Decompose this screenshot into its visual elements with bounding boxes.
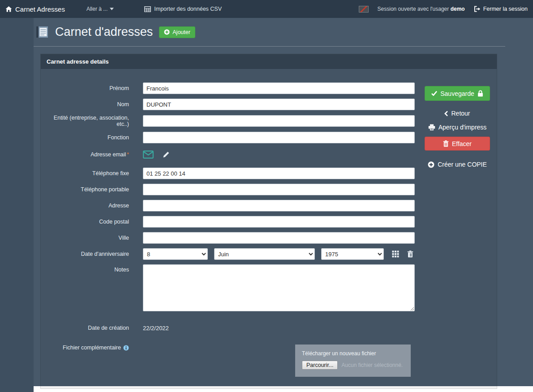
fonction-input[interactable] xyxy=(143,132,415,143)
tel-portable-input[interactable] xyxy=(143,184,415,195)
nav-goto-dropdown[interactable]: Aller à ... xyxy=(86,6,114,12)
details-panel: Carnet adresse details Prénom Nom Entité… xyxy=(40,54,497,389)
file-upload-box: Télécharger un nouveau fichier Parcourir… xyxy=(295,345,411,377)
nav-import-label: Importer des données CSV xyxy=(154,6,222,12)
adresse-label: Adresse xyxy=(41,202,143,209)
actions-column: Sauvegarde Retour xyxy=(425,86,490,168)
notes-label: Notes xyxy=(41,264,143,273)
delete-button[interactable]: Effacer xyxy=(425,137,490,151)
main-content: Carnet d'adresses Ajouter Carnet adresse… xyxy=(34,18,533,389)
form-row-tel-portable: Téléphone portable xyxy=(41,184,497,195)
delete-button-label: Effacer xyxy=(452,140,472,147)
plus-circle-icon xyxy=(164,29,170,35)
tel-fixe-input[interactable] xyxy=(143,168,415,179)
sign-out-icon xyxy=(474,6,481,12)
nom-input[interactable] xyxy=(143,99,415,110)
form-row-fichier: Fichier complémentaire Télécharger un no… xyxy=(41,345,497,377)
add-button[interactable]: Ajouter xyxy=(159,26,195,38)
upload-title: Télécharger un nouveau fichier xyxy=(302,350,404,357)
left-rail xyxy=(0,18,34,392)
entite-input[interactable] xyxy=(143,115,415,127)
chevron-down-icon xyxy=(110,8,114,10)
creation-label: Date de création xyxy=(41,325,143,331)
anniversaire-label: Date d'anniversaire xyxy=(41,251,143,257)
nav-brand[interactable]: Carnet Adresses xyxy=(5,5,65,13)
calendar-icon[interactable] xyxy=(392,250,399,258)
panel-title: Carnet adresse details xyxy=(41,54,497,69)
divider xyxy=(34,46,505,47)
fonction-label: Fonction xyxy=(41,134,143,141)
tel-fixe-label: Téléphone fixe xyxy=(41,170,143,177)
back-button[interactable]: Retour xyxy=(444,110,470,117)
tel-portable-label: Téléphone portable xyxy=(41,186,143,193)
language-flag-icon[interactable] xyxy=(359,6,369,13)
print-preview-button[interactable]: Aperçu d'impress xyxy=(428,124,487,131)
import-table-icon xyxy=(144,6,151,12)
email-edit-pencil-icon[interactable] xyxy=(163,151,170,158)
clear-date-trash-icon[interactable] xyxy=(407,250,413,258)
create-copy-button[interactable]: Créer une COPIE xyxy=(428,161,487,168)
check-icon xyxy=(431,91,437,96)
home-icon xyxy=(5,6,12,13)
save-button[interactable]: Sauvegarde xyxy=(425,86,490,101)
nav-goto-label: Aller à ... xyxy=(86,6,107,12)
logout-button[interactable]: Fermer la session xyxy=(474,6,528,12)
required-mark: * xyxy=(127,151,129,158)
form-row-ville: Ville xyxy=(41,232,497,244)
form-row-creation: Date de création 22/2/2022 xyxy=(41,324,497,332)
form-row-anniversaire: Date d'anniversaire 8 Juin 1975 xyxy=(41,248,497,260)
nom-label: Nom xyxy=(41,101,143,108)
birthday-day-select[interactable]: 8 xyxy=(143,248,208,260)
page-title: Carnet d'adresses xyxy=(55,25,153,39)
nav-import-csv[interactable]: Importer des données CSV xyxy=(144,6,222,12)
info-icon[interactable] xyxy=(123,345,129,351)
prenom-label: Prénom xyxy=(41,85,143,91)
session-status: Session ouverte avec l'usager demo xyxy=(378,6,465,12)
form-row-notes: Notes xyxy=(41,264,497,313)
form-row-adresse: Adresse xyxy=(41,200,497,211)
email-envelope-icon[interactable] xyxy=(143,151,154,159)
no-file-selected-label: Aucun fichier sélectionné. xyxy=(341,362,403,368)
add-button-label: Ajouter xyxy=(172,29,190,35)
chevron-left-icon xyxy=(444,111,448,116)
code-postal-input[interactable] xyxy=(143,216,415,228)
entite-label: Entité (entreprise, association, etc..) xyxy=(41,115,143,127)
page-header: Carnet d'adresses Ajouter xyxy=(34,18,533,43)
session-username: demo xyxy=(451,6,465,12)
trash-icon xyxy=(443,140,449,147)
navbar: Carnet Adresses Aller à ... Importer des… xyxy=(0,0,533,18)
plus-circle-icon xyxy=(428,161,434,168)
address-book-icon xyxy=(35,26,49,38)
form-row-tel-fixe: Téléphone fixe xyxy=(41,168,497,179)
code-postal-label: Code postal xyxy=(41,219,143,225)
notes-textarea[interactable] xyxy=(143,264,415,311)
lock-icon xyxy=(477,90,483,97)
save-button-label: Sauvegarde xyxy=(440,90,474,97)
ville-input[interactable] xyxy=(143,232,415,244)
create-copy-label: Créer une COPIE xyxy=(438,161,487,168)
back-button-label: Retour xyxy=(451,110,470,117)
creation-date-value: 22/2/2022 xyxy=(143,325,169,332)
printer-icon xyxy=(428,124,435,131)
nav-brand-label: Carnet Adresses xyxy=(15,5,65,13)
form-row-code-postal: Code postal xyxy=(41,216,497,228)
logout-label: Fermer la session xyxy=(483,6,528,12)
prenom-input[interactable] xyxy=(143,82,415,94)
birthday-year-select[interactable]: 1975 xyxy=(321,248,384,260)
print-preview-label: Aperçu d'impress xyxy=(438,124,487,131)
adresse-input[interactable] xyxy=(143,200,415,211)
birthday-month-select[interactable]: Juin xyxy=(214,248,315,260)
fichier-label: Fichier complémentaire xyxy=(41,345,143,351)
browse-button[interactable]: Parcourir... xyxy=(302,361,338,370)
ville-label: Ville xyxy=(41,235,143,241)
email-label: Adresse email* xyxy=(41,151,143,158)
panel-body: Prénom Nom Entité (entreprise, associati… xyxy=(41,69,497,388)
